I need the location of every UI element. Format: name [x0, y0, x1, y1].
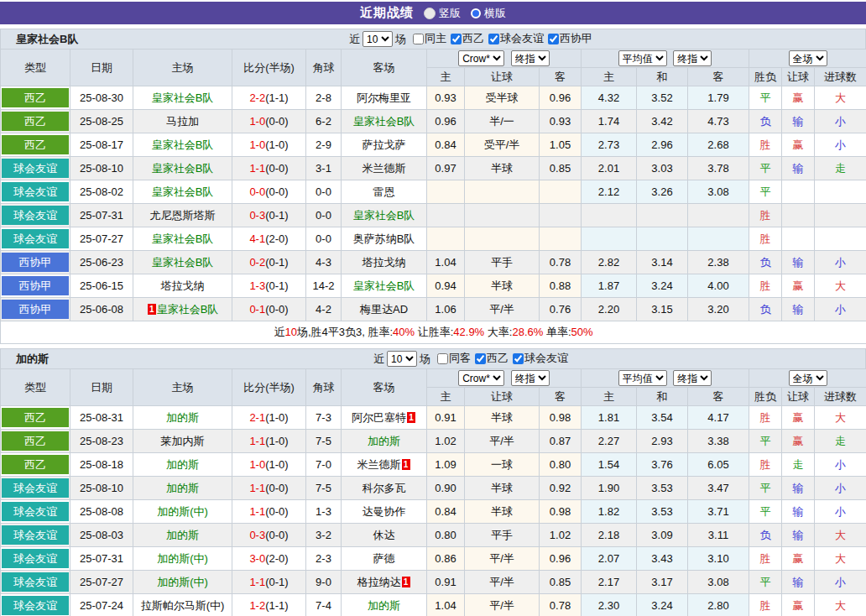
avg-odds-cell: 2.73 [582, 133, 637, 157]
crow-odds-cell: 0.88 [540, 274, 582, 298]
avg-odds-cell: 3.24 [637, 274, 688, 298]
avg-source-select[interactable]: 平均值 [618, 370, 667, 386]
avg-odds-cell: 1.74 [582, 110, 637, 133]
filter-checkbox[interactable]: 西乙 [451, 31, 484, 46]
crow-odds-cell: 1.06 [427, 298, 465, 321]
crow-odds-cell: 平手 [465, 524, 540, 547]
filter-checkboxes: 同主西乙球会友谊西协甲 [409, 31, 592, 47]
odds-source-select[interactable]: Crow* [458, 370, 504, 386]
team-name: 雷恩 [373, 185, 395, 198]
checkbox-input[interactable] [475, 353, 486, 364]
league-badge: 西乙 [2, 135, 69, 154]
match-count-select[interactable]: 10 [363, 31, 393, 47]
result-cell: 赢 [782, 547, 815, 571]
layout-radio-vertical[interactable]: 竖版 [424, 6, 461, 21]
checkbox-input[interactable] [488, 34, 499, 44]
match-row: 球会友谊25-08-03加的斯0-3(0-0)3-2休达0.80平手1.022.… [1, 524, 866, 547]
section-away-team: 加的斯 近 10 场 同客西乙球会友谊 类型 日期 主场 比分(半场) 角 [0, 348, 866, 616]
match-count-select[interactable]: 10 [387, 351, 417, 367]
avg-odds-cell: 2.68 [688, 133, 749, 157]
checkbox-label: 西乙 [487, 351, 509, 366]
team-name: 皇家社会B队 [152, 185, 214, 198]
odds-time-select[interactable]: 终指 [511, 50, 550, 66]
corner-cell: 6-2 [306, 110, 342, 133]
avg-time-select[interactable]: 终指 [673, 370, 712, 386]
checkbox-input[interactable] [413, 34, 424, 44]
filter-checkbox[interactable]: 同主 [413, 31, 446, 46]
away-team-cell: 米兰德斯 [342, 157, 427, 180]
checkbox-input[interactable] [513, 353, 524, 364]
result-cell: 小 [815, 110, 866, 133]
scope-select[interactable]: 全场 [789, 50, 827, 66]
crow-odds-cell: 0.86 [427, 547, 465, 571]
away-team-cell: 皇家社会B队 [342, 204, 427, 227]
avg-source-select[interactable]: 平均值 [618, 50, 667, 66]
date-cell: 25-08-17 [70, 133, 133, 157]
avg-time-select[interactable]: 终指 [673, 50, 712, 66]
result-cell: 赢 [782, 594, 815, 616]
odds-source-select[interactable]: Crow* [458, 50, 504, 66]
red-card-badge: 1 [402, 577, 410, 587]
layout-radio-horizontal[interactable]: 横版 [471, 6, 506, 21]
avg-odds-cell: 3.20 [688, 298, 749, 321]
result-cell [782, 227, 815, 251]
date-cell: 25-08-03 [70, 524, 133, 547]
checkbox-input[interactable] [437, 353, 448, 364]
team-name: 拉斯帕尔马斯(中) [141, 599, 225, 612]
league-badge: 球会友谊 [2, 572, 69, 592]
radio-vertical-label: 竖版 [439, 6, 461, 21]
result-cell: 小 [815, 133, 866, 157]
league-cell: 西乙 [1, 133, 70, 157]
subcol-odds-handicap: 让球 [465, 388, 540, 406]
result-cell: 输 [782, 477, 815, 500]
result-cell: 负 [749, 110, 782, 133]
score-cell: 1-3(0-1) [232, 274, 306, 298]
filter-checkbox[interactable]: 球会友谊 [513, 351, 568, 366]
subcol-avg-draw: 和 [637, 388, 688, 406]
away-team-cell: 萨拉戈萨 [342, 133, 427, 157]
odds-time-select[interactable]: 终指 [511, 370, 550, 386]
team-name: 莱加内斯 [161, 435, 205, 447]
corner-cell: 4-3 [306, 251, 342, 274]
crow-odds-cell: 平/半 [465, 571, 540, 594]
filter-checkbox[interactable]: 球会友谊 [488, 31, 544, 46]
crow-odds-cell: 半球 [465, 406, 540, 430]
filter-checkbox[interactable]: 同客 [437, 351, 471, 366]
team-name: 奥萨苏纳B队 [353, 232, 415, 245]
home-team-cell: 皇家社会B队 [133, 251, 232, 274]
filter-checkbox[interactable]: 西乙 [475, 351, 509, 366]
filter-checkbox[interactable]: 西协甲 [548, 31, 592, 46]
crow-odds-cell: 平/半 [465, 547, 540, 571]
col-header-away: 客场 [342, 50, 427, 86]
avg-odds-cell: 4.17 [688, 406, 749, 430]
league-cell: 球会友谊 [1, 547, 70, 571]
score-cell: 1-1(1-0) [232, 430, 306, 453]
match-row: 西乙25-08-23莱加内斯1-1(1-0)7-5加的斯1.02平/半0.872… [1, 430, 866, 453]
radio-selected-icon[interactable] [424, 8, 436, 19]
crow-odds-cell: 0.85 [540, 571, 582, 594]
home-team-cell: 皇家社会B队 [133, 157, 232, 180]
score-cell: 2-2(1-1) [232, 86, 306, 110]
result-cell [782, 204, 815, 227]
league-badge: 西乙 [2, 88, 69, 107]
checkbox-input[interactable] [548, 34, 559, 44]
crow-odds-cell: 平/半 [465, 430, 540, 453]
result-cell: 平 [749, 180, 782, 204]
radio-unselected-icon[interactable] [471, 8, 481, 18]
scope-select[interactable]: 全场 [789, 370, 827, 386]
crow-odds-cell: 半球 [465, 500, 540, 524]
league-badge: 西乙 [2, 455, 69, 474]
checkbox-input[interactable] [451, 34, 462, 44]
result-cell: 走 [815, 430, 866, 453]
subcol-result-wdl: 胜负 [749, 388, 782, 406]
team-name: 加的斯 [166, 411, 199, 424]
crow-odds-cell: 0.97 [427, 157, 465, 180]
summary-text: 近10场,胜4平3负3, 胜率:40% 让胜率:42.9% 大率:28.6% 单… [274, 326, 592, 338]
match-row: 西协甲25-06-081皇家社会B队0-1(0-0)4-2梅里达AD1.06平/… [1, 298, 866, 321]
date-cell: 25-08-18 [70, 453, 133, 477]
filter-bar: 近 10 场 同客西乙球会友谊 [373, 351, 568, 367]
match-row: 球会友谊25-07-31尤尼恩斯塔斯0-3(0-1)0-0皇家社会B队胜 [1, 204, 866, 227]
result-cell: 输 [782, 251, 815, 274]
home-team-cell: 尤尼恩斯塔斯 [133, 204, 232, 227]
crow-odds-cell: 0.96 [540, 86, 582, 110]
